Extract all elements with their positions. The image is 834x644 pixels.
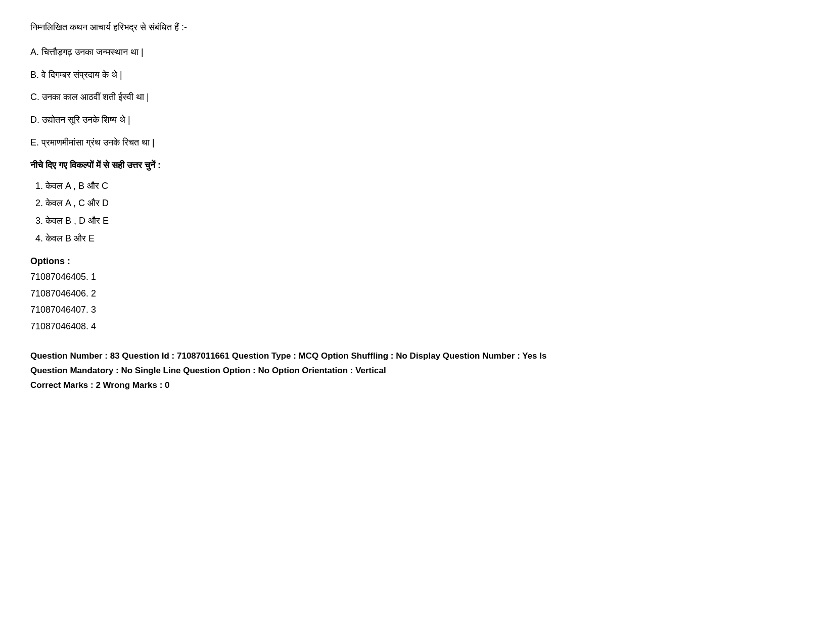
statement-b: B. वे दिगम्बर संप्रदाय के थे | bbox=[30, 68, 804, 82]
options-label: Options : bbox=[30, 256, 804, 267]
option-code-4: 71087046408. 4 bbox=[30, 319, 804, 334]
statement-d: D. उद्योतन सूरि उनके शिष्य थे | bbox=[30, 113, 804, 127]
option-code-1: 71087046405. 1 bbox=[30, 270, 804, 284]
metadata-container: Question Number : 83 Question Id : 71087… bbox=[30, 349, 804, 393]
metadata-line3: Correct Marks : 2 Wrong Marks : 0 bbox=[30, 378, 804, 393]
option-code-2: 71087046406. 2 bbox=[30, 286, 804, 301]
choice-1: 1. केवल A , B और C bbox=[35, 179, 804, 193]
statement-a: A. चित्तौड़गढ़ उनका जन्मस्थान था | bbox=[30, 45, 804, 60]
question-container: निम्नलिखित कथन आचार्य हरिभद्र से संबंधित… bbox=[30, 20, 804, 393]
metadata-line1: Question Number : 83 Question Id : 71087… bbox=[30, 349, 804, 364]
options-section: Options : 71087046405. 1 71087046406. 2 … bbox=[30, 256, 804, 334]
choices-container: 1. केवल A , B और C 2. केवल A , C और D 3.… bbox=[30, 179, 804, 246]
choice-4: 4. केवल B और E bbox=[35, 231, 804, 246]
choice-2: 2. केवल A , C और D bbox=[35, 196, 804, 211]
option-code-3: 71087046407. 3 bbox=[30, 303, 804, 317]
statements-container: A. चित्तौड़गढ़ उनका जन्मस्थान था | B. वे… bbox=[30, 45, 804, 150]
choose-instruction: नीचे दिए गए विकल्पों में से सही उत्तर चु… bbox=[30, 158, 804, 173]
statement-e: E. प्रमाणमीमांसा ग्रंथ उनके रिचत था | bbox=[30, 135, 804, 150]
metadata-line2: Question Mandatory : No Single Line Ques… bbox=[30, 364, 804, 378]
choice-3: 3. केवल B , D और E bbox=[35, 214, 804, 228]
statement-c: C. उनका काल आठवीं शती ईस्वी था | bbox=[30, 90, 804, 105]
question-intro: निम्नलिखित कथन आचार्य हरिभद्र से संबंधित… bbox=[30, 20, 804, 35]
